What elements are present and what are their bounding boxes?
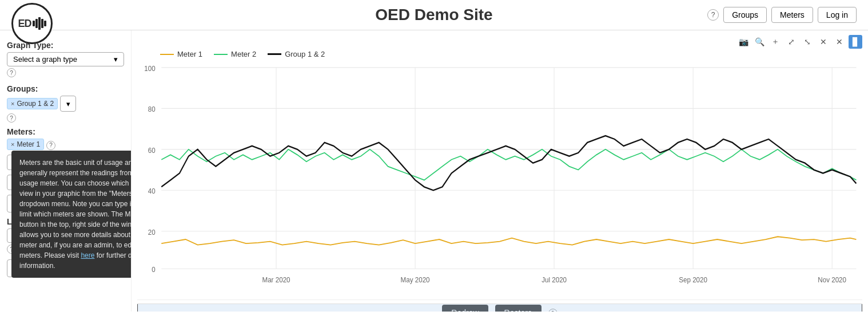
group-tag-label: Group 1 & 2 (17, 100, 54, 108)
tooltip-link[interactable]: here (81, 251, 94, 259)
sidebar: Graph Type: Select a graph type ▾ ? Grou… (0, 30, 132, 312)
group-line (161, 136, 856, 190)
legend-meter2-label: Meter 2 (231, 50, 256, 58)
page-title: OED Demo Site (375, 6, 492, 24)
y-label-0: 0 (152, 266, 156, 274)
main-layout: Graph Type: Select a graph type ▾ ? Grou… (0, 30, 868, 312)
meters-button[interactable]: Meters (771, 7, 813, 23)
legend-meter1-line (160, 54, 174, 55)
tooltip-text: Meters are the basic unit of usage and g… (19, 159, 132, 259)
overview-selection[interactable] (137, 304, 862, 312)
logo-text: ED (18, 18, 31, 30)
group-tag-remove-icon[interactable]: × (11, 100, 14, 107)
groups-button[interactable]: Groups (723, 7, 767, 23)
x-label-sep: Sep 2020 (679, 275, 707, 284)
y-label-40: 40 (148, 187, 156, 196)
meter-tag-label: Meter 1 (17, 140, 40, 148)
logo-bar-3 (38, 17, 41, 30)
chart-toolbar: 📷 🔍 ＋ ⤢ ⤡ ✕ ✕ ▊ (137, 35, 862, 49)
logo-bar-5 (44, 21, 46, 26)
header: ED OED Demo Site ? Groups Meters Log in (0, 0, 868, 30)
meters-row: × Meter 1 ? (7, 139, 124, 150)
legend-group-line (268, 53, 281, 55)
meter-help-icon[interactable]: ? (46, 141, 55, 150)
groups-dropdown-button[interactable]: ▾ (60, 96, 76, 112)
x-label-may: May 2020 (401, 275, 430, 284)
chart-shrink-button[interactable]: ⤡ (801, 35, 814, 49)
login-button[interactable]: Log in (818, 7, 857, 23)
graph-type-dropdown[interactable]: Select a graph type ▾ (7, 52, 124, 66)
logo-bars (33, 17, 46, 30)
meter2-line (161, 149, 856, 180)
chart-overview (137, 304, 862, 312)
x-label-jul: Jul 2020 (541, 275, 567, 284)
logo-bar-2 (35, 19, 38, 28)
meter-tag: × Meter 1 (7, 139, 44, 150)
help-icon[interactable]: ? (707, 9, 719, 21)
overview-svg (137, 304, 862, 312)
chart-container: 100 80 60 40 20 0 Mar 2 (137, 61, 862, 300)
x-label-mar: Mar 2020 (262, 275, 290, 284)
legend-meter2: Meter 2 (214, 50, 256, 58)
groups-label: Groups: (7, 84, 124, 93)
chart-area: 📷 🔍 ＋ ⤢ ⤡ ✕ ✕ ▊ Meter 1 Meter 2 Group 1 … (132, 30, 868, 312)
legend-meter1: Meter 1 (160, 50, 202, 58)
y-label-100: 100 (144, 64, 155, 73)
logo-bar-1 (33, 21, 35, 26)
tooltip-box: Meters are the basic unit of usage and g… (11, 151, 132, 278)
graph-type-help-icon[interactable]: ? (7, 68, 16, 77)
y-label-80: 80 (148, 105, 156, 114)
meter1-line (161, 237, 856, 245)
legend-group-label: Group 1 & 2 (285, 50, 325, 58)
chart-add-button[interactable]: ＋ (769, 35, 782, 49)
meter-tag-remove-icon[interactable]: × (11, 141, 14, 148)
groups-dropdown-arrow-icon: ▾ (66, 100, 70, 108)
x-label-nov: Nov 2020 (818, 275, 846, 284)
legend-meter1-label: Meter 1 (177, 50, 202, 58)
meters-section-label: Meters: (7, 127, 124, 136)
groups-row: × Group 1 & 2 ▾ (7, 96, 124, 112)
graph-type-placeholder: Select a graph type (13, 55, 77, 64)
group-tag: × Group 1 & 2 (7, 98, 58, 109)
chart-reset-button[interactable]: ✕ (817, 35, 830, 49)
chart-expand-button[interactable]: ⤢ (785, 35, 798, 49)
graph-type-caret-icon: ▾ (114, 55, 118, 64)
y-label-20: 20 (148, 228, 156, 237)
header-nav: ? Groups Meters Log in (707, 7, 857, 23)
y-label-60: 60 (148, 146, 156, 155)
logo-bar-4 (41, 19, 43, 28)
chart-reset2-button[interactable]: ✕ (833, 35, 846, 49)
legend-meter2-line (214, 54, 228, 55)
chart-bar-button[interactable]: ▊ (849, 35, 862, 49)
chart-zoom-button[interactable]: 🔍 (752, 35, 766, 49)
chart-legend: Meter 1 Meter 2 Group 1 & 2 (137, 50, 862, 58)
chart-svg: 100 80 60 40 20 0 Mar 2 (137, 61, 862, 300)
groups-help-icon[interactable]: ? (7, 113, 16, 123)
legend-group: Group 1 & 2 (268, 50, 325, 58)
graph-type-label: Graph Type: (7, 41, 124, 50)
chart-camera-button[interactable]: 📷 (736, 35, 750, 49)
